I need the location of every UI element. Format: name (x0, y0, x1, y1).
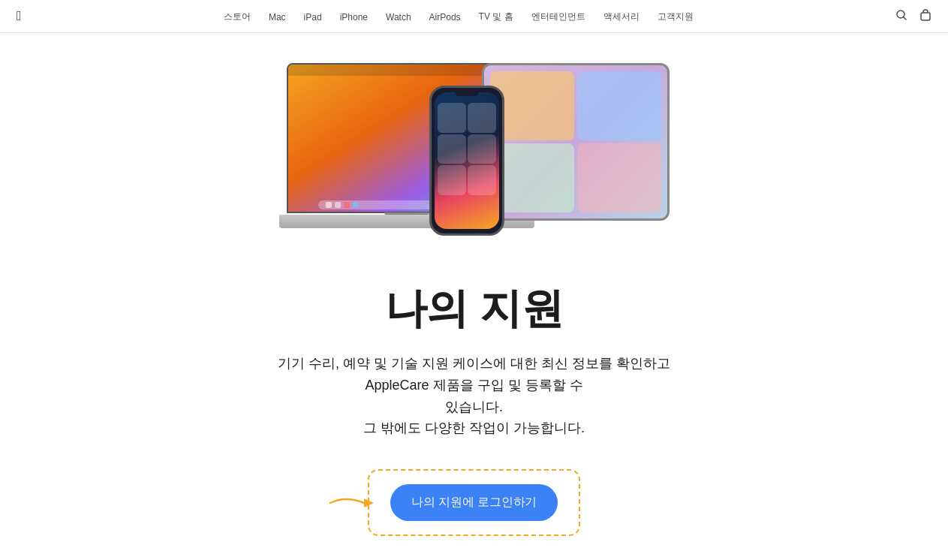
svg-rect-9 (353, 202, 359, 208)
svg-rect-2 (921, 13, 930, 20)
cta-area: 나의 지원에 로그인하기 (368, 469, 581, 536)
ipad-screen (482, 63, 670, 221)
ipad-widget-4 (577, 143, 661, 212)
main-nav:  스토어MaciPadiPhoneWatchAirPodsTV 및 홈엔터테인… (0, 0, 948, 33)
bag-icon (919, 9, 931, 21)
iphone-icon-3 (438, 134, 466, 164)
main-content: 나의 지원 기기 수리, 예약 및 기술 지원 케이스에 대한 최신 정보를 확… (0, 0, 948, 560)
nav-item-ipad[interactable]: iPad (295, 12, 331, 23)
nav-item-airpods[interactable]: AirPods (420, 12, 470, 23)
search-icon (895, 9, 907, 21)
iphone-notch (456, 92, 478, 96)
nav-actions (895, 9, 931, 24)
nav-item-support[interactable]: 고객지원 (649, 11, 703, 22)
iphone-device (429, 86, 504, 236)
nav-menu: 스토어MaciPadiPhoneWatchAirPodsTV 및 홈엔터테인먼트… (22, 9, 895, 23)
nav-item-tv[interactable]: TV 및 홈 (470, 11, 522, 22)
devices-illustration (279, 63, 670, 258)
nav-item-watch[interactable]: Watch (377, 12, 420, 23)
bag-button[interactable] (919, 9, 931, 24)
nav-item-iphone[interactable]: iPhone (331, 12, 377, 23)
ipad-widget-2 (577, 71, 661, 140)
iphone-icon-1 (438, 103, 466, 133)
iphone-icon-6 (468, 165, 496, 195)
svg-rect-6 (326, 202, 332, 208)
hero-desc-line2: 그 밖에도 다양한 작업이 가능합니다. (363, 420, 585, 435)
hero-section: 나의 지원 기기 수리, 예약 및 기술 지원 케이스에 대한 최신 정보를 확… (0, 33, 948, 560)
iphone-icon-4 (468, 134, 496, 164)
hero-title: 나의 지원 (385, 281, 563, 338)
login-cta-button[interactable]: 나의 지원에 로그인하기 (390, 484, 558, 521)
arrow-pointer (323, 488, 383, 518)
nav-item-entertainment[interactable]: 엔터테인먼트 (522, 11, 594, 22)
nav-item-accessories[interactable]: 액세서리 (594, 11, 649, 22)
svg-rect-7 (335, 202, 341, 208)
nav-item-store[interactable]: 스토어 (215, 11, 260, 22)
svg-marker-10 (364, 498, 374, 507)
hero-description: 기기 수리, 예약 및 기술 지원 케이스에 대한 최신 정보를 확인하고 Ap… (249, 353, 700, 439)
iphone-icon-5 (438, 165, 466, 195)
iphone-body (429, 86, 504, 236)
apple-logo[interactable]:  (17, 8, 22, 24)
iphone-icon-2 (468, 103, 496, 133)
svg-line-1 (904, 17, 907, 20)
svg-rect-8 (344, 202, 350, 208)
cta-dashed-container: 나의 지원에 로그인하기 (368, 469, 581, 536)
search-button[interactable] (895, 9, 907, 24)
nav-item-mac[interactable]: Mac (260, 12, 295, 23)
ipad-device (482, 63, 670, 221)
iphone-screen (435, 92, 499, 229)
hero-desc-line1: 기기 수리, 예약 및 기술 지원 케이스에 대한 최신 정보를 확인하고 Ap… (278, 356, 670, 414)
